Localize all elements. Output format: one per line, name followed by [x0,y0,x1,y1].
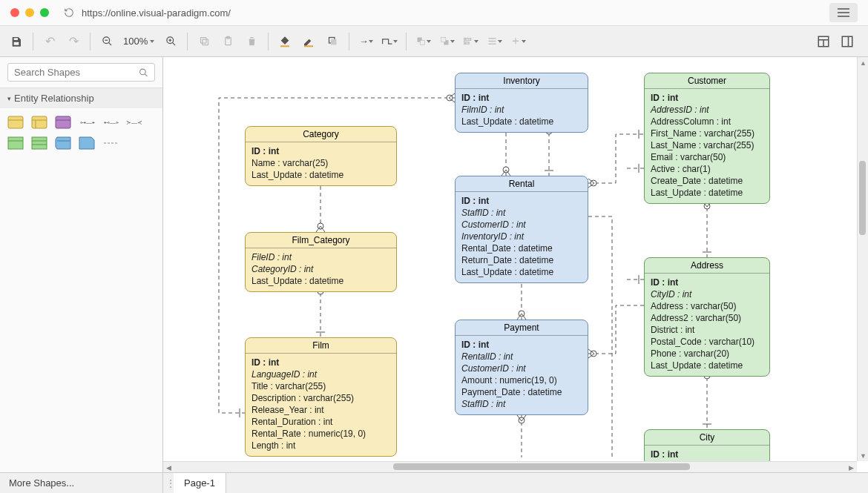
search-shapes-input[interactable] [7,63,155,82]
rel-3-icon[interactable]: ≻—≺ [126,116,142,129]
entity-inventory[interactable]: InventoryID : intFilmID : intLast_Update… [455,73,588,133]
browser-menu-button[interactable] [829,3,858,22]
entity-city[interactable]: CityID : int [644,429,770,466]
entity-field: ID : int [651,277,763,288]
maximize-window-icon[interactable] [40,8,49,17]
entity-title: Film [246,338,396,354]
entity-field: First_Name : varchar(255) [651,128,763,139]
entity-field: ID : int [461,92,582,104]
svg-point-71 [591,351,596,357]
entity-field: Return_Date : datetime [461,254,582,266]
table-shape-1-icon[interactable] [7,136,24,150]
scroll-up-icon[interactable]: ▲ [858,58,868,67]
scroll-left-icon[interactable]: ◀ [164,463,174,472]
entity-field: CustomerID : int [461,363,582,374]
svg-rect-11 [280,45,289,47]
page-tab[interactable]: Page-1 [174,473,226,493]
more-shapes-button[interactable]: More Shapes... [0,473,163,493]
entity-field: Last_Update : datetime [461,266,582,278]
format-panel-button[interactable] [813,31,834,52]
paste-button[interactable] [217,31,238,52]
outline-panel-button[interactable] [837,31,858,52]
line-color-button[interactable] [298,31,319,52]
entity-title: Customer [645,73,769,89]
svg-text:≻—≺: ≻—≺ [126,119,142,126]
entity-field: ID : int [461,195,582,207]
table-shape-4-icon[interactable] [79,136,95,150]
entity-payment[interactable]: PaymentID : intRentalID : intCustomerID … [455,320,588,415]
entity-field: Last_Update : datetime [251,275,390,287]
entity-field: District : int [651,324,763,336]
entity-title: Category [246,127,396,142]
to-front-button[interactable] [412,31,433,52]
entity-field: Phone : varchar(20) [651,348,763,360]
entity-field: CustomerID : int [461,219,582,231]
svg-line-31 [145,73,147,76]
close-window-icon[interactable] [10,8,19,17]
svg-line-1 [108,42,111,45]
refresh-icon[interactable] [64,7,74,18]
entity-field: Release_Year : int [251,404,390,416]
entity-field: LanguageID : int [251,368,390,380]
entity-field: ID : int [461,339,582,351]
entity-customer[interactable]: CustomerID : intAddressID : intAddressCo… [644,73,770,204]
entity-field: ID : int [651,92,763,104]
entity-title: Address [645,258,769,274]
browser-chrome: https://online.visual-paradigm.com/ [0,0,868,26]
entity-field: ID : int [251,357,390,368]
copy-button[interactable] [194,31,214,52]
entity-field: Last_Update : datetime [651,360,763,371]
connector-style-button[interactable]: → [355,31,376,52]
entity-field: AddressID : int [651,104,763,116]
svg-rect-18 [441,38,445,42]
horizontal-scrollbar[interactable]: ◀ ▶ [163,461,857,472]
undo-button[interactable]: ↶ [39,31,60,52]
entity-film[interactable]: FilmID : intLanguageID : intTitle : varc… [245,337,397,457]
entity-film_category[interactable]: Film_CategoryFileID : intCategoryID : in… [245,232,397,292]
scroll-down-icon[interactable]: ▼ [858,451,868,460]
rel-1-icon[interactable]: ⊶—⊷ [79,116,95,129]
shape-section-header[interactable]: ▾Entity Relationship [0,88,162,108]
entity-address[interactable]: AddressID : intCityID : intAddress : var… [644,257,770,377]
entity-field: StaffID : int [461,207,582,219]
delete-button[interactable] [241,31,262,52]
diagram-canvas[interactable]: CategoryID : intName : varchar(25)Last_U… [163,57,868,472]
shadow-button[interactable] [322,31,343,52]
svg-rect-8 [200,38,206,44]
entity-field: Postal_Code : varchar(10) [651,336,763,348]
table-shape-2-icon[interactable] [31,136,47,150]
to-back-button[interactable] [436,31,457,52]
url-bar[interactable]: https://online.visual-paradigm.com/ [64,7,829,19]
zoom-out-button[interactable] [96,31,117,52]
entity-title: Film_Category [246,233,396,248]
table-shape-3-icon[interactable] [55,136,71,150]
zoom-in-button[interactable] [160,31,181,52]
page-handle-icon[interactable]: ⋮ [163,478,174,489]
save-button[interactable] [6,31,27,52]
line-shape-icon[interactable] [102,136,119,150]
waypoint-style-button[interactable] [379,31,400,52]
zoom-level[interactable]: 100% [120,36,157,47]
svg-rect-12 [304,45,313,47]
align-button[interactable] [460,31,481,52]
scroll-right-icon[interactable]: ▶ [846,463,856,472]
svg-point-68 [519,417,525,423]
add-button[interactable]: ＋ [507,31,528,52]
view-shape-icon[interactable] [55,116,71,129]
distribute-button[interactable] [484,31,504,52]
entity-category[interactable]: CategoryID : intName : varchar(25)Last_U… [245,126,397,186]
entity-shape-2-icon[interactable] [31,116,47,129]
entity-field: Email : varchar(50) [651,151,763,163]
entity-field: CategoryID : int [251,263,390,275]
entity-rental[interactable]: RentalID : intStaffID : intCustomerID : … [455,176,588,283]
svg-text:⊷—⊶: ⊷—⊶ [104,119,119,126]
entity-field: Last_Name : varchar(255) [651,139,763,151]
entity-field: ID : int [651,449,763,460]
rel-2-icon[interactable]: ⊷—⊶ [102,116,119,129]
toolbar: ↶ ↷ 100% → ＋ [0,26,868,57]
vertical-scrollbar[interactable]: ▲ ▼ [857,57,868,461]
fill-color-button[interactable] [274,31,295,52]
redo-button[interactable]: ↷ [63,31,84,52]
minimize-window-icon[interactable] [25,8,34,17]
entity-shape-icon[interactable] [7,116,24,129]
